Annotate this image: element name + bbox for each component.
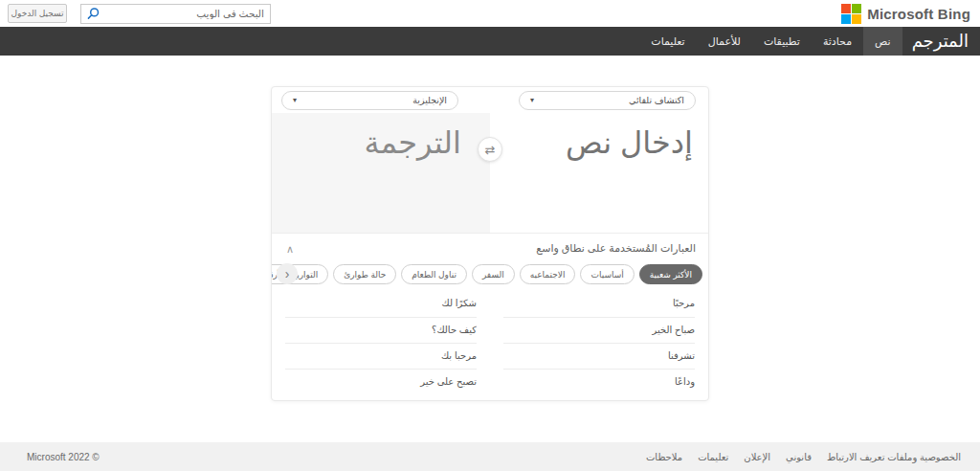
target-language-label: الإنجليزية — [412, 95, 447, 105]
chevron-down-icon: ▾ — [530, 97, 534, 104]
translator-card: اكتشاف تلقائي ▾ الإنجليزية ▾ إدخال نص ال… — [271, 86, 709, 401]
scroll-categories-button[interactable]: ‹ — [277, 263, 298, 284]
category-chip-basics[interactable]: أساسيات — [580, 264, 634, 284]
sign-in-button[interactable]: تسجيل الدخول — [8, 4, 67, 23]
source-language-label: اكتشاف تلقائي — [629, 95, 684, 105]
nav-tab-business[interactable]: للأعمال — [697, 27, 752, 56]
phrase-list: مرحبًا صباح الخير تشرفنا وداعًا شكرًا لك… — [272, 290, 708, 400]
page-title[interactable]: المترجم — [902, 27, 972, 56]
phrase-item[interactable]: كيف حالك؟ — [285, 317, 477, 343]
target-language-selector[interactable]: الإنجليزية ▾ — [281, 91, 458, 110]
swap-languages-button[interactable]: ⇄ — [478, 137, 502, 162]
nav-tab-help[interactable]: تعليمات — [639, 27, 696, 56]
footer-link-feedback[interactable]: ملاحظات — [646, 452, 682, 462]
chevron-up-icon: ∧ — [286, 243, 294, 255]
phrase-column-left: شكرًا لك كيف حالك؟ مرحبا بك تصبح على خير — [272, 291, 490, 394]
phrase-column-right: مرحبًا صباح الخير تشرفنا وداعًا — [490, 291, 708, 394]
input-placeholder: إدخال نص — [505, 124, 693, 161]
phrase-item[interactable]: شكرًا لك — [285, 291, 477, 317]
phrase-item[interactable]: مرحبًا — [503, 291, 695, 317]
nav-tab-apps[interactable]: تطبيقات — [752, 27, 812, 56]
top-header: تسجيل الدخول Microsoft Bing — [0, 0, 980, 27]
footer-link-advertise[interactable]: الإعلان — [744, 452, 770, 462]
main-content: اكتشاف تلقائي ▾ الإنجليزية ▾ إدخال نص ال… — [0, 86, 980, 401]
copyright: Microsoft 2022 © — [27, 452, 100, 462]
phrase-item[interactable]: صباح الخير — [503, 317, 695, 343]
phrases-title: العبارات المُستخدمة على نطاق واسع — [536, 242, 696, 255]
phrase-categories: الأكثر شعبية أساسيات الاجتماعيه السفر تن… — [272, 258, 708, 290]
translation-output: الترجمة — [272, 113, 490, 233]
output-placeholder: الترجمة — [301, 124, 461, 161]
category-chip-popular[interactable]: الأكثر شعبية — [639, 264, 702, 284]
chevron-down-icon: ▾ — [293, 97, 297, 104]
search-icon[interactable] — [81, 7, 104, 21]
nav-tab-text[interactable]: نص — [863, 27, 902, 56]
phrase-item[interactable]: وداعًا — [503, 369, 695, 394]
source-selector-cell: اكتشاف تلقائي ▾ — [490, 87, 708, 113]
bing-brand[interactable]: Microsoft Bing — [841, 4, 970, 24]
footer-links: الخصوصية وملفات تعريف الارتباط قانوني ال… — [646, 452, 961, 462]
search-box[interactable] — [80, 4, 271, 24]
source-text-input[interactable]: إدخال نص — [490, 113, 708, 233]
phrases-header: العبارات المُستخدمة على نطاق واسع ∧ — [272, 234, 708, 258]
source-language-selector[interactable]: اكتشاف تلقائي ▾ — [519, 91, 696, 110]
footer-link-help[interactable]: تعليمات — [698, 452, 728, 462]
category-chip-travel[interactable]: السفر — [472, 264, 515, 284]
chevron-left-icon: ‹ — [285, 267, 290, 280]
brand-text: Microsoft Bing — [867, 6, 970, 22]
language-selector-row: اكتشاف تلقائي ▾ الإنجليزية ▾ — [272, 87, 708, 113]
phrases-section: العبارات المُستخدمة على نطاق واسع ∧ الأك… — [272, 234, 708, 400]
translation-panels: إدخال نص الترجمة — [272, 113, 708, 234]
footer-link-privacy-cookies[interactable]: الخصوصية وملفات تعريف الارتباط — [827, 452, 961, 462]
page-footer: Microsoft 2022 © الخصوصية وملفات تعريف ا… — [0, 442, 980, 471]
microsoft-logo-icon — [841, 4, 861, 24]
target-selector-cell: الإنجليزية ▾ — [272, 87, 490, 113]
swap-icon: ⇄ — [485, 144, 496, 156]
category-chip-emergency[interactable]: حالة طوارئ — [333, 264, 396, 284]
footer-link-legal[interactable]: قانوني — [786, 452, 812, 462]
phrase-item[interactable]: تصبح على خير — [285, 369, 477, 394]
phrase-item[interactable]: تشرفنا — [503, 343, 695, 369]
phrase-item[interactable]: مرحبا بك — [285, 343, 477, 369]
category-chip-social[interactable]: الاجتماعيه — [520, 264, 576, 284]
main-navbar: المترجم نص محادثة تطبيقات للأعمال تعليما… — [0, 27, 980, 56]
nav-tab-conversation[interactable]: محادثة — [812, 27, 863, 56]
search-input[interactable] — [104, 6, 270, 22]
collapse-phrases-button[interactable]: ∧ — [284, 241, 296, 256]
category-chip-dining[interactable]: تناول الطعام — [401, 264, 467, 284]
